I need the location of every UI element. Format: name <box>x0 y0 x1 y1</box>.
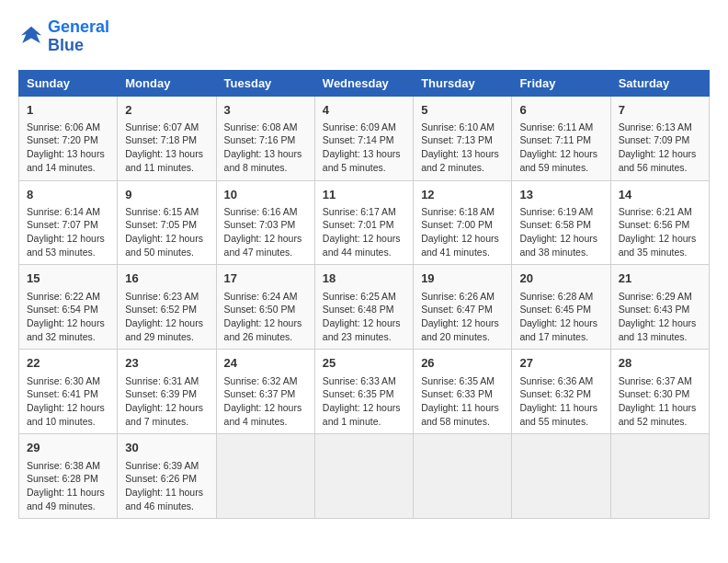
day-info: Sunrise: 6:37 AM Sunset: 6:30 PM Dayligh… <box>619 374 701 429</box>
day-number: 21 <box>619 270 701 287</box>
day-number: 7 <box>619 102 701 119</box>
day-info: Sunrise: 6:28 AM Sunset: 6:45 PM Dayligh… <box>519 290 602 344</box>
day-number: 1 <box>27 102 109 119</box>
day-number: 20 <box>519 270 602 287</box>
calendar-cell: 5Sunrise: 6:10 AM Sunset: 7:13 PM Daylig… <box>414 96 512 180</box>
day-number: 14 <box>619 187 701 203</box>
calendar-cell: 4Sunrise: 6:09 AM Sunset: 7:14 PM Daylig… <box>314 96 413 180</box>
logo: General Blue <box>18 18 109 55</box>
day-number: 27 <box>519 355 602 372</box>
calendar-cell: 12Sunrise: 6:18 AM Sunset: 7:00 PM Dayli… <box>414 180 512 265</box>
day-number: 30 <box>125 440 208 456</box>
day-number: 19 <box>421 270 504 287</box>
day-info: Sunrise: 6:29 AM Sunset: 6:43 PM Dayligh… <box>619 290 701 344</box>
calendar-cell: 8Sunrise: 6:14 AM Sunset: 7:07 PM Daylig… <box>19 180 118 265</box>
day-info: Sunrise: 6:13 AM Sunset: 7:09 PM Dayligh… <box>619 121 701 175</box>
calendar-cell: 11Sunrise: 6:17 AM Sunset: 7:01 PM Dayli… <box>314 180 413 265</box>
calendar-cell: 17Sunrise: 6:24 AM Sunset: 6:50 PM Dayli… <box>216 265 314 350</box>
calendar-cell: 28Sunrise: 6:37 AM Sunset: 6:30 PM Dayli… <box>610 350 709 434</box>
day-number: 4 <box>323 102 405 119</box>
calendar-week-row: 29Sunrise: 6:38 AM Sunset: 6:28 PM Dayli… <box>19 434 710 519</box>
calendar-cell: 23Sunrise: 6:31 AM Sunset: 6:39 PM Dayli… <box>118 350 216 434</box>
calendar-cell <box>314 434 413 519</box>
day-info: Sunrise: 6:14 AM Sunset: 7:07 PM Dayligh… <box>27 205 109 259</box>
calendar-week-row: 8Sunrise: 6:14 AM Sunset: 7:07 PM Daylig… <box>19 180 710 265</box>
day-number: 5 <box>421 102 504 119</box>
calendar-header: SundayMondayTuesdayWednesdayThursdayFrid… <box>19 70 710 96</box>
calendar-cell: 13Sunrise: 6:19 AM Sunset: 6:58 PM Dayli… <box>512 180 610 265</box>
day-number: 17 <box>224 270 307 287</box>
day-number: 28 <box>619 355 701 372</box>
day-number: 29 <box>27 440 109 456</box>
calendar-cell <box>216 434 314 519</box>
day-info: Sunrise: 6:09 AM Sunset: 7:14 PM Dayligh… <box>323 121 405 175</box>
column-header-saturday: Saturday <box>610 70 709 96</box>
day-info: Sunrise: 6:08 AM Sunset: 7:16 PM Dayligh… <box>224 121 307 175</box>
calendar-cell: 29Sunrise: 6:38 AM Sunset: 6:28 PM Dayli… <box>19 434 118 519</box>
calendar-cell: 7Sunrise: 6:13 AM Sunset: 7:09 PM Daylig… <box>610 96 709 180</box>
day-number: 26 <box>421 355 504 372</box>
day-number: 8 <box>27 187 109 203</box>
day-number: 9 <box>125 187 208 203</box>
column-header-sunday: Sunday <box>19 70 118 96</box>
day-info: Sunrise: 6:16 AM Sunset: 7:03 PM Dayligh… <box>224 205 307 259</box>
day-info: Sunrise: 6:30 AM Sunset: 6:41 PM Dayligh… <box>27 374 109 429</box>
day-number: 24 <box>224 355 307 372</box>
day-number: 11 <box>323 187 405 203</box>
calendar-cell: 20Sunrise: 6:28 AM Sunset: 6:45 PM Dayli… <box>512 265 610 350</box>
calendar-cell: 18Sunrise: 6:25 AM Sunset: 6:48 PM Dayli… <box>314 265 413 350</box>
column-header-friday: Friday <box>512 70 610 96</box>
calendar-cell: 24Sunrise: 6:32 AM Sunset: 6:37 PM Dayli… <box>216 350 314 434</box>
day-number: 10 <box>224 187 307 203</box>
calendar-body: 1Sunrise: 6:06 AM Sunset: 7:20 PM Daylig… <box>19 96 710 519</box>
day-info: Sunrise: 6:22 AM Sunset: 6:54 PM Dayligh… <box>27 290 109 344</box>
calendar-cell: 30Sunrise: 6:39 AM Sunset: 6:26 PM Dayli… <box>118 434 216 519</box>
logo-icon <box>18 24 44 50</box>
day-info: Sunrise: 6:36 AM Sunset: 6:32 PM Dayligh… <box>519 374 602 429</box>
day-number: 16 <box>125 270 208 287</box>
day-number: 13 <box>519 187 602 203</box>
calendar-cell: 3Sunrise: 6:08 AM Sunset: 7:16 PM Daylig… <box>216 96 314 180</box>
calendar-cell: 2Sunrise: 6:07 AM Sunset: 7:18 PM Daylig… <box>118 96 216 180</box>
calendar-cell: 16Sunrise: 6:23 AM Sunset: 6:52 PM Dayli… <box>118 265 216 350</box>
day-info: Sunrise: 6:15 AM Sunset: 7:05 PM Dayligh… <box>125 205 208 259</box>
calendar-cell <box>610 434 709 519</box>
day-info: Sunrise: 6:38 AM Sunset: 6:28 PM Dayligh… <box>27 459 109 513</box>
day-info: Sunrise: 6:06 AM Sunset: 7:20 PM Dayligh… <box>27 121 109 175</box>
column-header-tuesday: Tuesday <box>216 70 314 96</box>
day-number: 15 <box>27 270 109 287</box>
day-info: Sunrise: 6:35 AM Sunset: 6:33 PM Dayligh… <box>421 374 504 429</box>
day-info: Sunrise: 6:23 AM Sunset: 6:52 PM Dayligh… <box>125 290 208 344</box>
day-number: 23 <box>125 355 208 372</box>
day-number: 18 <box>323 270 405 287</box>
day-info: Sunrise: 6:11 AM Sunset: 7:11 PM Dayligh… <box>519 121 602 175</box>
calendar-cell <box>414 434 512 519</box>
day-number: 2 <box>125 102 208 119</box>
svg-marker-0 <box>21 27 41 43</box>
day-number: 3 <box>224 102 307 119</box>
calendar-cell: 14Sunrise: 6:21 AM Sunset: 6:56 PM Dayli… <box>610 180 709 265</box>
calendar-cell <box>512 434 610 519</box>
calendar-cell: 15Sunrise: 6:22 AM Sunset: 6:54 PM Dayli… <box>19 265 118 350</box>
day-info: Sunrise: 6:07 AM Sunset: 7:18 PM Dayligh… <box>125 121 208 175</box>
calendar-cell: 22Sunrise: 6:30 AM Sunset: 6:41 PM Dayli… <box>19 350 118 434</box>
calendar-cell: 1Sunrise: 6:06 AM Sunset: 7:20 PM Daylig… <box>19 96 118 180</box>
calendar-cell: 21Sunrise: 6:29 AM Sunset: 6:43 PM Dayli… <box>610 265 709 350</box>
day-number: 6 <box>519 102 602 119</box>
day-info: Sunrise: 6:31 AM Sunset: 6:39 PM Dayligh… <box>125 374 208 429</box>
day-info: Sunrise: 6:26 AM Sunset: 6:47 PM Dayligh… <box>421 290 504 344</box>
calendar-week-row: 22Sunrise: 6:30 AM Sunset: 6:41 PM Dayli… <box>19 350 710 434</box>
calendar-cell: 10Sunrise: 6:16 AM Sunset: 7:03 PM Dayli… <box>216 180 314 265</box>
calendar-cell: 9Sunrise: 6:15 AM Sunset: 7:05 PM Daylig… <box>118 180 216 265</box>
calendar-week-row: 15Sunrise: 6:22 AM Sunset: 6:54 PM Dayli… <box>19 265 710 350</box>
day-info: Sunrise: 6:39 AM Sunset: 6:26 PM Dayligh… <box>125 459 208 513</box>
calendar-cell: 19Sunrise: 6:26 AM Sunset: 6:47 PM Dayli… <box>414 265 512 350</box>
column-header-wednesday: Wednesday <box>314 70 413 96</box>
day-number: 25 <box>323 355 405 372</box>
day-info: Sunrise: 6:24 AM Sunset: 6:50 PM Dayligh… <box>224 290 307 344</box>
column-header-monday: Monday <box>118 70 216 96</box>
calendar-cell: 26Sunrise: 6:35 AM Sunset: 6:33 PM Dayli… <box>414 350 512 434</box>
day-info: Sunrise: 6:33 AM Sunset: 6:35 PM Dayligh… <box>323 374 405 429</box>
calendar-cell: 27Sunrise: 6:36 AM Sunset: 6:32 PM Dayli… <box>512 350 610 434</box>
day-info: Sunrise: 6:10 AM Sunset: 7:13 PM Dayligh… <box>421 121 504 175</box>
